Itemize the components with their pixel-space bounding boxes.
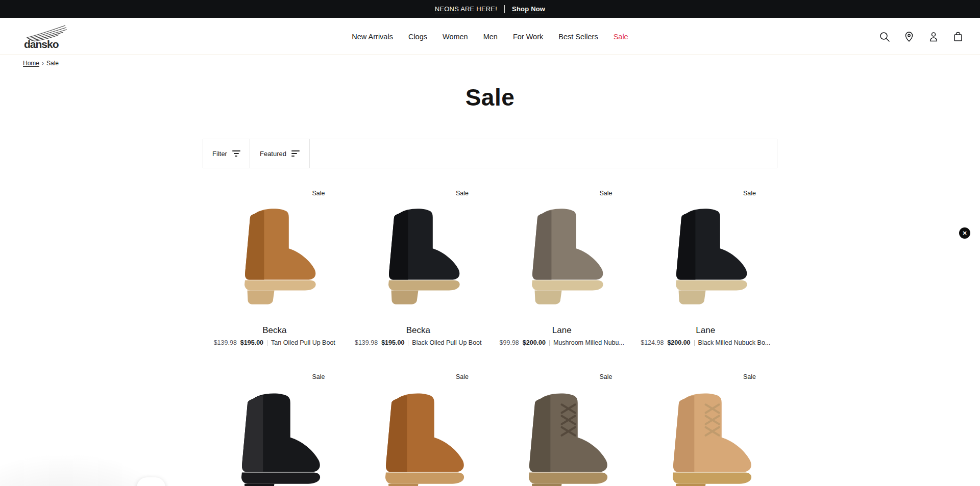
boot-sole <box>529 472 607 483</box>
product-image[interactable] <box>203 201 347 309</box>
product-card[interactable]: Sale <box>490 368 634 486</box>
boot-sole <box>676 280 747 290</box>
nav-item-sale[interactable]: Sale <box>614 33 628 41</box>
product-card[interactable]: Sale <box>634 368 778 486</box>
promo-link[interactable]: NEONS ARE HERE! <box>435 5 497 13</box>
boot-gore-panel <box>529 395 550 472</box>
sale-badge: Sale <box>634 190 778 198</box>
product-card[interactable]: Sale <box>203 368 347 486</box>
filter-icon <box>232 150 240 157</box>
promo-message: ARE HERE! <box>460 5 497 13</box>
cart-icon[interactable] <box>952 31 964 42</box>
product-card[interactable]: Sale <box>347 368 491 486</box>
breadcrumb-home[interactable]: Home <box>23 60 39 67</box>
boot-heel <box>532 484 562 486</box>
boot-heel <box>244 484 275 486</box>
filter-button[interactable]: Filter <box>203 139 250 168</box>
price-variant-divider <box>267 340 267 346</box>
product-image[interactable] <box>203 385 347 486</box>
product-card[interactable]: Sale Lane $124.98 $200.00 Black Milled N… <box>634 185 778 349</box>
boot-sole <box>244 280 316 290</box>
boot-gore-panel <box>386 395 407 472</box>
sort-dropdown[interactable]: Featured <box>250 139 310 168</box>
breadcrumb-separator: › <box>42 60 44 67</box>
product-price-row: $139.98 $195.00 Tan Oiled Pull Up Boot <box>203 339 347 346</box>
boot-sole <box>241 472 320 483</box>
nav-item-men[interactable]: Men <box>483 33 498 41</box>
product-card[interactable]: Sale Becka $139.98 $195.00 Tan Oiled Pul… <box>203 185 347 349</box>
collection-toolbar: Filter Featured <box>203 139 777 168</box>
site-header: dansko New Arrivals Clogs Women Men For … <box>0 18 980 55</box>
boot-heel <box>388 484 419 486</box>
product-image[interactable] <box>347 201 491 309</box>
store-locator-icon[interactable] <box>903 31 915 42</box>
product-variant: Black Oiled Pull Up Boot <box>412 339 481 346</box>
page-title: Sale <box>0 84 980 111</box>
sale-badge: Sale <box>347 190 491 198</box>
main-nav: New Arrivals Clogs Women Men For Work Be… <box>352 18 628 55</box>
breadcrumb: Home›Sale <box>23 60 59 67</box>
boot-sole <box>673 472 751 483</box>
product-compare-price: $195.00 <box>381 339 404 346</box>
product-price-row: $139.98 $195.00 Black Oiled Pull Up Boot <box>347 339 491 346</box>
boot-heel <box>676 484 706 486</box>
search-icon[interactable] <box>879 31 890 42</box>
boot-sole <box>388 280 460 290</box>
boot-heel <box>391 290 418 304</box>
sale-badge: Sale <box>203 190 347 198</box>
boot-gore-panel <box>673 395 694 472</box>
account-icon[interactable] <box>928 31 939 42</box>
chat-widget-bubble[interactable] <box>137 477 165 486</box>
breadcrumb-current: Sale <box>46 60 59 67</box>
header-icons <box>879 18 964 55</box>
sort-icon <box>291 150 300 157</box>
product-card[interactable]: Sale Becka $139.98 $195.00 Black Oiled P… <box>347 185 491 349</box>
banner-divider <box>504 5 505 13</box>
chat-widget-shadow <box>0 453 194 486</box>
shop-now-link[interactable]: Shop Now <box>512 5 545 13</box>
nav-item-for-work[interactable]: For Work <box>513 33 543 41</box>
filter-label: Filter <box>212 150 227 158</box>
boot-gore-panel <box>389 210 408 279</box>
boot-gore-panel <box>676 210 695 279</box>
product-image[interactable] <box>490 385 634 486</box>
product-grid: Sale Becka $139.98 $195.00 Tan Oiled Pul… <box>203 185 777 486</box>
product-card[interactable]: Sale Lane $99.98 $200.00 Mushroom Milled… <box>490 185 634 349</box>
product-compare-price: $200.00 <box>667 339 690 346</box>
logo-text: dansko <box>24 38 59 49</box>
boot-gore-panel <box>532 210 551 279</box>
close-icon[interactable]: ✕ <box>959 227 970 239</box>
nav-item-best-sellers[interactable]: Best Sellers <box>558 33 598 41</box>
boot-heel <box>678 290 705 304</box>
nav-item-new-arrivals[interactable]: New Arrivals <box>352 33 393 41</box>
promo-highlight[interactable]: NEONS <box>435 5 459 13</box>
sort-selected-value: Featured <box>260 150 286 158</box>
sale-badge: Sale <box>490 190 634 198</box>
product-price: $99.98 <box>500 339 519 346</box>
price-variant-divider <box>549 340 550 346</box>
product-variant: Black Milled Nubuck Bo... <box>698 339 771 346</box>
product-image[interactable] <box>634 201 778 309</box>
dansko-logo[interactable]: dansko <box>22 24 69 49</box>
product-name[interactable]: Becka <box>347 325 491 336</box>
product-image[interactable] <box>634 385 778 486</box>
product-price-row: $99.98 $200.00 Mushroom Milled Nubu... <box>490 339 634 346</box>
nav-item-clogs[interactable]: Clogs <box>408 33 427 41</box>
product-variant: Tan Oiled Pull Up Boot <box>271 339 335 346</box>
product-name[interactable]: Lane <box>634 325 778 336</box>
product-image[interactable] <box>490 201 634 309</box>
boot-gore-panel <box>242 395 263 472</box>
product-compare-price: $200.00 <box>523 339 546 346</box>
product-name[interactable]: Becka <box>203 325 347 336</box>
sale-badge: Sale <box>490 373 634 381</box>
boot-gore-panel <box>245 210 264 279</box>
product-price-row: $124.98 $200.00 Black Milled Nubuck Bo..… <box>634 339 778 346</box>
promo-banner: NEONS ARE HERE! Shop Now <box>0 0 980 18</box>
product-variant: Mushroom Milled Nubu... <box>553 339 624 346</box>
sale-badge: Sale <box>347 373 491 381</box>
price-variant-divider <box>694 340 695 346</box>
product-image[interactable] <box>347 385 491 486</box>
nav-item-women[interactable]: Women <box>443 33 468 41</box>
product-name[interactable]: Lane <box>490 325 634 336</box>
product-price: $139.98 <box>355 339 378 346</box>
